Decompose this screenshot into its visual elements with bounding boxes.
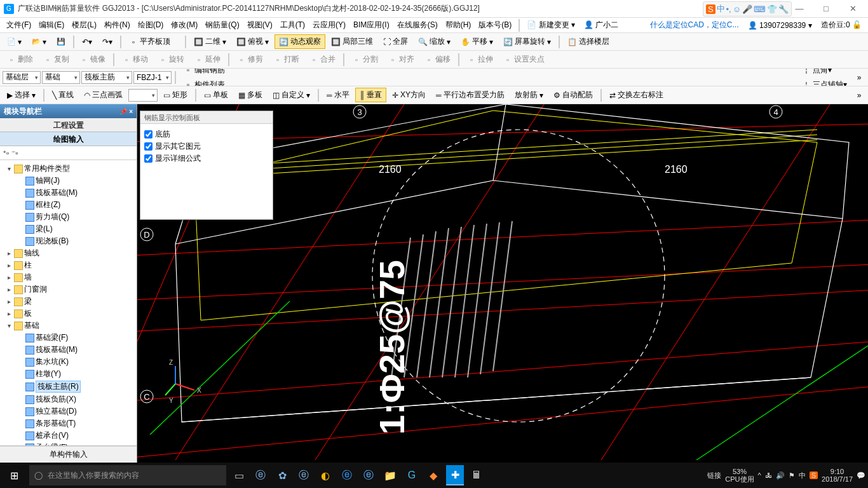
dd-member[interactable]: FBZJ-1 (133, 71, 172, 84)
aux-3[interactable]: ¦三点辅轴▾ (797, 78, 851, 87)
app-edge[interactable]: ⓔ (252, 465, 269, 485)
tool-3[interactable]: ▫平齐板顶 (125, 34, 182, 49)
swap-annotation[interactable]: ⇄ 交换左右标注 (605, 88, 668, 102)
dd-category[interactable]: 基础 (42, 71, 80, 84)
redo-button[interactable]: ↷▾ (98, 36, 117, 48)
view-top[interactable]: 🔲 俯视▾ (232, 34, 273, 49)
menu-item[interactable]: 在线服务(S) (393, 19, 442, 30)
arc3pt-button[interactable]: ◠ 三点画弧 (79, 88, 127, 102)
rect-button[interactable]: ▭ 矩形 (159, 88, 192, 102)
edit-10[interactable]: ▫对齐 (384, 52, 419, 67)
menu-item[interactable]: 版本号(B) (475, 19, 515, 30)
custom-board[interactable]: ◫ 自定义▾ (268, 88, 315, 102)
menu-item[interactable]: 楼层(L) (68, 19, 100, 30)
auto-rebar[interactable]: ⚙ 自动配筋 (549, 88, 597, 102)
app-360[interactable]: ✿ (273, 465, 291, 485)
edit-12[interactable]: ▫拉伸 (463, 52, 498, 67)
tip-link[interactable]: 什么是定位CAD，定位C... (646, 20, 743, 30)
close-button[interactable]: ✕ (841, 2, 864, 16)
tray-notif-icon[interactable]: 💬 (857, 471, 865, 480)
tray-link[interactable]: 链接 (707, 471, 721, 480)
undo-button[interactable]: ↶▾ (78, 36, 97, 48)
horiz-button[interactable]: ═ 水平 (322, 88, 354, 102)
tray-flag-icon[interactable]: ⚑ (789, 471, 795, 480)
tree-node[interactable]: 条形基础(T) (1, 417, 135, 430)
menu-item[interactable]: 视图(V) (243, 19, 276, 30)
view-zoom[interactable]: 🔍 缩放▾ (414, 34, 455, 49)
tree-node[interactable]: ▸ 柱 (1, 259, 135, 271)
single-board[interactable]: ▭ 单板 (200, 88, 233, 102)
menu-item[interactable]: BIM应用(I) (349, 19, 393, 30)
app-g2[interactable]: ◆ (424, 465, 442, 485)
app-ie[interactable]: ⓔ (295, 465, 313, 485)
panel-check[interactable]: 显示其它图元 (144, 141, 269, 152)
tray-ime-icon[interactable]: 中 (799, 471, 806, 480)
drawing-canvas[interactable]: 2160 2160 3 4 C D 1:Φ25@75 X Y Z 钢筋显示控制面… (137, 104, 868, 479)
menu-item[interactable]: 云应用(Y) (309, 19, 349, 30)
app-g1[interactable]: G (403, 465, 421, 485)
tree-node[interactable]: 筏板基础(M) (1, 187, 135, 199)
tree-node[interactable]: 剪力墙(Q) (1, 211, 135, 223)
start-button[interactable]: ⊞ (3, 465, 25, 485)
app-ie2[interactable]: ⓔ (360, 465, 377, 485)
pin-icon[interactable]: 📌 × (119, 108, 133, 115)
app-explorer[interactable]: 📁 (381, 465, 399, 485)
menu-item[interactable]: 编辑(E) (35, 19, 68, 30)
edit-4[interactable]: ▫旋转 (154, 52, 189, 67)
tree-node[interactable]: 轴网(J) (1, 175, 135, 187)
app-calc[interactable]: 🖩 (468, 465, 485, 485)
open-file-button[interactable]: 📂▾ (27, 36, 51, 48)
tree-node[interactable]: 独立基础(D) (1, 405, 135, 417)
tab-single-input[interactable]: 单构件输入 (0, 446, 137, 463)
maximize-button[interactable]: □ (815, 2, 837, 16)
tree-node[interactable]: 现浇板(B) (1, 235, 135, 247)
edit-1[interactable]: ▫复制 (39, 52, 74, 67)
select-floor[interactable]: 📋 选择楼层 (563, 34, 614, 49)
edit-7[interactable]: ▫打断 (269, 52, 304, 67)
line-button[interactable]: ╲ 直线 (48, 88, 78, 102)
radial-rebar[interactable]: 放射筋▾ (510, 88, 548, 102)
tree-node[interactable]: 梁(L) (1, 223, 135, 235)
tray-net-icon[interactable]: 🖧 (765, 471, 772, 479)
save-button[interactable]: 💾 (52, 36, 70, 48)
tree-node[interactable]: 基础梁(F) (1, 332, 135, 344)
view-fullscreen[interactable]: ⛶ 全屏 (379, 34, 412, 49)
side-tab-settings[interactable]: 工程设置 (0, 118, 137, 132)
windows-taskbar[interactable]: ⊞ ◯ 在这里输入你要搜索的内容 ▭ ⓔ ✿ ⓔ ◐ ⓔ ⓔ 📁 G ◆ ✚ 🖩… (0, 463, 868, 488)
tree-node[interactable]: ▾ 常用构件类型 (1, 163, 135, 175)
dd-floor[interactable]: 基础层 (3, 71, 41, 84)
multi-board[interactable]: ▦ 多板 (234, 88, 267, 102)
tree-node[interactable]: ▸ 墙 (1, 271, 135, 283)
xy-dir-button[interactable]: ✛ XY方向 (388, 88, 430, 102)
app-chrome[interactable]: ◐ (316, 465, 334, 485)
menu-item[interactable]: 构件(N) (100, 19, 134, 30)
edit-9[interactable]: ▫分割 (348, 52, 383, 67)
view-local3d[interactable]: 🔲 局部三维 (327, 34, 377, 49)
app-edge2[interactable]: ⓔ (338, 465, 356, 485)
menu-item[interactable]: 文件(F) (3, 19, 35, 30)
menu-new-change[interactable]: 📄 新建变更 ▾ (523, 18, 579, 32)
taskbar-search[interactable]: ◯ 在这里输入你要搜索的内容 (29, 465, 226, 485)
prop-1[interactable]: ▫编辑钢筋 (179, 69, 229, 78)
edit-3[interactable]: ▫移动 (118, 52, 153, 67)
tray-vol-icon[interactable]: 🔊 (776, 471, 785, 480)
edit-13[interactable]: ▫设置夹点 (499, 52, 549, 67)
ime-toolbar[interactable]: S 中•,☺🎤⌨👕🔧 (703, 1, 792, 17)
component-tree[interactable]: ▾ 常用构件类型 轴网(J) 筏板基础(M) 框柱(Z) 剪力墙(Q) 梁(L)… (0, 160, 137, 445)
vert-button[interactable]: ║ 垂直 (355, 88, 387, 102)
edit-6[interactable]: ▫修剪 (233, 52, 268, 67)
tray-sogou-icon[interactable]: S (810, 471, 818, 479)
aux-2[interactable]: ¦点角▾ (797, 69, 851, 78)
parallel-rebar[interactable]: ═ 平行边布置受力筋 (431, 88, 509, 102)
prop-2[interactable]: ▫构件列表 (179, 78, 229, 87)
rebar-display-panel[interactable]: 钢筋显示控制面板 底筋 显示其它图元 显示详细公式 (140, 111, 273, 220)
tree-node[interactable]: ▸ 轴线 (1, 247, 135, 259)
view-dynamic[interactable]: 🔄 动态观察 (275, 34, 325, 49)
menu-item[interactable]: 绘图(D) (134, 19, 168, 30)
tree-node[interactable]: 集水坑(K) (1, 356, 135, 368)
tree-node[interactable]: ▸ 梁 (1, 295, 135, 308)
edit-8[interactable]: ▫合并 (305, 52, 340, 67)
tree-node[interactable]: ▾ 基础 (1, 320, 135, 332)
collapse-all-icon[interactable]: ⁻▫ (11, 149, 18, 158)
tray-up-icon[interactable]: ^ (758, 471, 761, 479)
